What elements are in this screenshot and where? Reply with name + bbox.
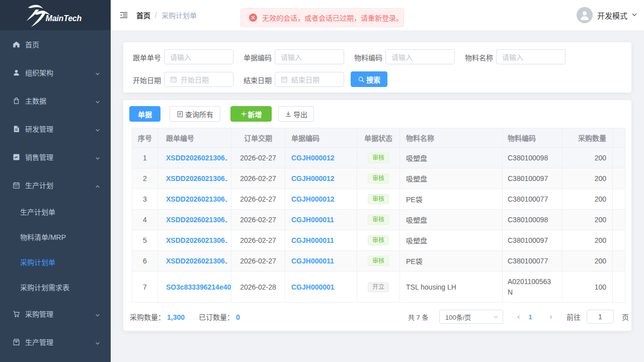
svg-text:MainTech: MainTech [46, 14, 82, 23]
